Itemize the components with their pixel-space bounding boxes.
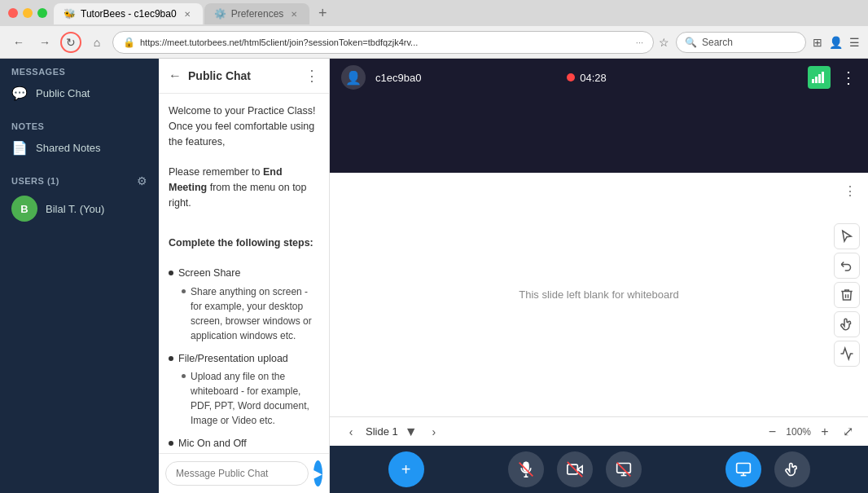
- chat-welcome: Welcome to your Practice Class! Once you…: [169, 103, 319, 210]
- forward-button[interactable]: →: [34, 32, 55, 53]
- add-user-button[interactable]: 👤: [341, 65, 366, 90]
- tab-preferences[interactable]: ⚙️ Preferences ✕: [204, 3, 310, 24]
- pointer-tool[interactable]: [834, 223, 860, 249]
- touch-tool[interactable]: [834, 311, 860, 337]
- traffic-lights: [8, 8, 47, 18]
- add-action-button[interactable]: +: [388, 451, 424, 487]
- users-settings-icon[interactable]: ⚙: [137, 174, 147, 187]
- undo-tool[interactable]: [834, 253, 860, 279]
- zoom-in-button[interactable]: +: [816, 423, 834, 441]
- bottom-bar: +: [330, 446, 868, 493]
- video-menu-button[interactable]: ⋮: [840, 68, 857, 87]
- svg-rect-13: [736, 464, 750, 473]
- recording-indicator: 04:28: [567, 72, 607, 84]
- bullet-text-3: Mic On and Off: [178, 436, 247, 451]
- slide-nav: ‹ Slide 1 ▼ ›: [341, 422, 444, 442]
- bullet-dot-3: [169, 441, 173, 446]
- avatar: B: [11, 196, 37, 222]
- lock-icon: 🔒: [123, 37, 135, 48]
- tab-tutorbees[interactable]: 🐝 TutorBees - c1ec9ba0 ✕: [54, 3, 203, 24]
- sub-bullet-dot-2: [182, 374, 186, 378]
- search-bar[interactable]: 🔍 Search: [676, 32, 806, 53]
- url-text: https://meet.tutorbees.net/html5client/j…: [140, 37, 631, 47]
- url-bar[interactable]: 🔒 https://meet.tutorbees.net/html5client…: [112, 31, 654, 54]
- present-button[interactable]: [726, 451, 761, 487]
- zoom-controls: − 100% + ⤢: [763, 423, 857, 441]
- whiteboard-menu-button[interactable]: ⋮: [839, 179, 861, 202]
- chat-steps: Complete the following steps: Screen Sha…: [169, 220, 319, 451]
- tab-close-button[interactable]: ✕: [182, 8, 193, 20]
- tab-pref-close-button[interactable]: ✕: [288, 8, 300, 20]
- maximize-window-button[interactable]: [37, 8, 47, 18]
- bullet-text-2: File/Presentation upload: [178, 351, 288, 367]
- close-window-button[interactable]: [8, 8, 18, 18]
- back-button[interactable]: ←: [8, 32, 29, 53]
- users-section: USERS (1) ⚙ B Bilal T. (You): [0, 168, 159, 227]
- bullet-sub: Share anything on screen - for example, …: [182, 284, 319, 343]
- chat-back-button[interactable]: ←: [169, 68, 182, 83]
- bullet-main-2: File/Presentation upload: [169, 351, 319, 367]
- bullet-file-upload: File/Presentation upload Upload any file…: [169, 351, 319, 429]
- bullet-mic: Mic On and Off: [169, 436, 319, 451]
- tab-pref-icon: ⚙️: [214, 8, 226, 20]
- main-content: 👤 c1ec9ba0 04:28: [330, 59, 868, 493]
- slide-prev-button[interactable]: ‹: [341, 422, 361, 442]
- users-label: USERS (1): [11, 176, 59, 186]
- notes-icon: 📄: [11, 140, 28, 156]
- notes-section: NOTES 📄 Shared Notes: [0, 113, 159, 161]
- users-header: USERS (1) ⚙: [0, 168, 159, 191]
- chat-messages: Welcome to your Practice Class! Once you…: [159, 94, 329, 453]
- camera-button[interactable]: [557, 451, 593, 487]
- chat-title: Public Chat: [188, 69, 251, 82]
- minimize-window-button[interactable]: [23, 8, 33, 18]
- whiteboard-blank-text: This slide left blank for whiteboard: [519, 288, 679, 301]
- fit-screen-button[interactable]: ⤢: [839, 423, 857, 441]
- svg-rect-3: [822, 72, 824, 83]
- bullet-main: Screen Share: [169, 266, 319, 281]
- delete-tool[interactable]: [834, 282, 860, 308]
- chat-header: ← Public Chat ⋮: [159, 59, 329, 94]
- svg-rect-1: [815, 77, 818, 83]
- chat-send-button[interactable]: ▶: [313, 460, 322, 486]
- extensions-icon[interactable]: ⊞: [813, 36, 822, 49]
- new-tab-button[interactable]: +: [311, 2, 334, 24]
- sidebar-item-shared-notes[interactable]: 📄 Shared Notes: [0, 134, 159, 161]
- chat-menu-button[interactable]: ⋮: [305, 67, 319, 85]
- zoom-out-button[interactable]: −: [763, 423, 781, 441]
- bullet-dot-2: [169, 356, 173, 361]
- chat-icon: 💬: [11, 86, 28, 101]
- zoom-level: 100%: [786, 426, 811, 438]
- app-container: MESSAGES 💬 Public Chat NOTES 📄 Shared No…: [0, 59, 868, 493]
- user-name: Bilal T. (You): [46, 203, 104, 215]
- slide-next-button[interactable]: ›: [424, 422, 444, 442]
- participant-name: c1ec9ba0: [375, 72, 557, 84]
- bookmarks-icon[interactable]: ☆: [659, 36, 669, 49]
- whiteboard-area: ⋮ This slide left blank for whiteboard: [330, 173, 868, 416]
- chat-header-left: ← Public Chat: [169, 68, 251, 83]
- bottom-center-controls: [508, 451, 642, 487]
- home-button[interactable]: ⌂: [86, 32, 107, 53]
- chart-tool[interactable]: [834, 341, 860, 367]
- menu-icon[interactable]: ☰: [849, 36, 860, 49]
- slide-name: Slide 1: [366, 425, 398, 438]
- messages-section: MESSAGES 💬 Public Chat: [0, 59, 159, 107]
- profile-icon[interactable]: 👤: [829, 36, 843, 49]
- recording-dot: [567, 73, 575, 81]
- public-chat-label: Public Chat: [36, 87, 90, 99]
- signal-icon: [808, 66, 831, 89]
- chat-input[interactable]: [165, 461, 309, 486]
- slide-dropdown-button[interactable]: ▼: [403, 424, 419, 440]
- svg-rect-0: [812, 79, 814, 83]
- video-top-bar: 👤 c1ec9ba0 04:28: [330, 59, 868, 96]
- interact-button[interactable]: [774, 451, 810, 487]
- mute-mic-button[interactable]: [508, 451, 544, 487]
- screen-share-button[interactable]: [606, 451, 642, 487]
- slide-controls: ‹ Slide 1 ▼ › − 100% + ⤢: [330, 416, 868, 446]
- nav-bar: ← → ↻ ⌂ 🔒 https://meet.tutorbees.net/htm…: [0, 26, 868, 59]
- sidebar-item-public-chat[interactable]: 💬 Public Chat: [0, 80, 159, 107]
- reload-button[interactable]: ↻: [60, 32, 81, 53]
- tab-icon: 🐝: [64, 8, 76, 20]
- bottom-right-controls: [726, 451, 810, 487]
- chat-panel: ← Public Chat ⋮ Welcome to your Practice…: [159, 59, 330, 493]
- search-placeholder: Search: [702, 37, 733, 48]
